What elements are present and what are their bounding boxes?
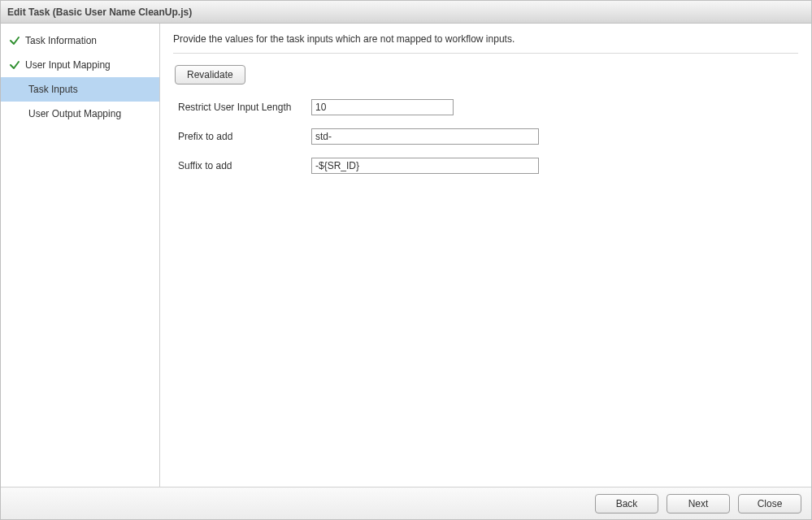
- restrict-length-label: Restrict User Input Length: [173, 102, 311, 113]
- suffix-input[interactable]: [311, 158, 539, 174]
- next-button[interactable]: Next: [667, 494, 730, 514]
- sidebar-item-label: Task Information: [25, 35, 97, 46]
- revalidate-button[interactable]: Revalidate: [175, 65, 245, 84]
- sidebar-item-task-information[interactable]: Task Information: [1, 28, 159, 53]
- check-icon: [9, 35, 20, 46]
- close-button[interactable]: Close: [738, 494, 801, 514]
- sidebar-item-label: User Output Mapping: [28, 108, 121, 119]
- dialog-body: Task Information User Input Mapping Task…: [1, 24, 811, 487]
- revalidate-row: Revalidate: [175, 65, 798, 84]
- restrict-length-input[interactable]: [311, 99, 454, 115]
- dialog-title: Edit Task (Basic User Name CleanUp.js): [7, 6, 192, 18]
- field-restrict-length: Restrict User Input Length: [173, 99, 798, 115]
- wizard-step-sidebar: Task Information User Input Mapping Task…: [1, 24, 160, 487]
- sidebar-item-user-output-mapping[interactable]: User Output Mapping: [1, 102, 159, 126]
- check-icon: [9, 59, 20, 71]
- sidebar-item-task-inputs[interactable]: Task Inputs: [1, 77, 159, 102]
- sidebar-item-user-input-mapping[interactable]: User Input Mapping: [1, 53, 159, 77]
- sidebar-item-label: Task Inputs: [28, 84, 78, 95]
- divider: [173, 53, 798, 54]
- sidebar-item-label: User Input Mapping: [25, 59, 111, 71]
- field-prefix: Prefix to add: [173, 128, 798, 145]
- prefix-label: Prefix to add: [173, 131, 311, 142]
- prefix-input[interactable]: [311, 128, 539, 145]
- dialog-footer: Back Next Close: [1, 487, 811, 519]
- dialog-window: Edit Task (Basic User Name CleanUp.js) T…: [0, 0, 812, 520]
- dialog-titlebar: Edit Task (Basic User Name CleanUp.js): [1, 1, 811, 24]
- field-suffix: Suffix to add: [173, 158, 798, 174]
- content-description: Provide the values for the task inputs w…: [173, 33, 798, 53]
- back-button[interactable]: Back: [595, 494, 658, 514]
- suffix-label: Suffix to add: [173, 160, 311, 171]
- content-pane: Provide the values for the task inputs w…: [160, 24, 811, 487]
